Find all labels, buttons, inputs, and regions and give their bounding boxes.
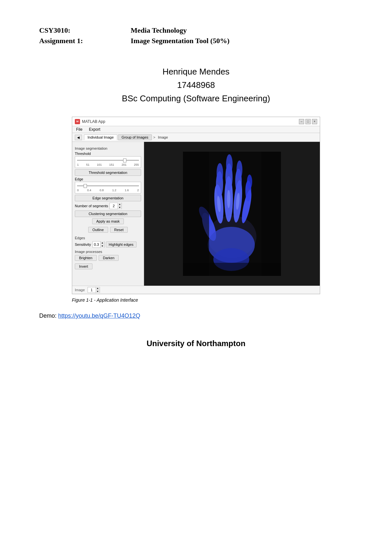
- demo-label: Demo:: [39, 312, 58, 319]
- number-of-segments-row: Number of segments 2 ▲ ▼: [75, 203, 141, 209]
- file-menu[interactable]: File: [75, 127, 84, 132]
- image-down-arrow[interactable]: ▼: [96, 290, 100, 293]
- bottom-bar: Image 1 ▲ ▼: [72, 286, 320, 294]
- sensitivity-up-arrow[interactable]: ▲: [101, 241, 104, 244]
- demo-section: Demo: https://youtu.be/qGF-TU4O12Q: [39, 312, 353, 319]
- window-title: MATLAB App: [82, 119, 105, 124]
- window-titlebar: M MATLAB App – □ ×: [72, 117, 320, 126]
- app-window: M MATLAB App – □ × File Export ◀ Individ…: [72, 117, 320, 294]
- demo-link[interactable]: https://youtu.be/qGF-TU4O12Q: [58, 312, 140, 319]
- sensitivity-value: 0.3: [93, 243, 100, 246]
- threshold-slider-rail: [77, 160, 139, 161]
- assignment-title: Image Segmentation Tool (50%): [118, 37, 353, 47]
- segments-down-arrow[interactable]: ▼: [118, 206, 122, 209]
- svg-rect-21: [183, 152, 209, 276]
- window-title-left: M MATLAB App: [75, 119, 105, 124]
- figure-caption: Figure 1-1 - Application Interface: [72, 297, 320, 303]
- sensitivity-label: Sensitivity: [75, 243, 91, 246]
- svg-point-9: [226, 154, 233, 174]
- number-of-segments-input[interactable]: 2 ▲ ▼: [109, 203, 122, 209]
- minimize-button[interactable]: –: [299, 119, 304, 124]
- course-code: CSY3010:: [39, 26, 118, 37]
- student-degree: BSc Computing (Software Engineering): [39, 93, 353, 104]
- brighten-button[interactable]: Brighten: [75, 255, 97, 261]
- sensitivity-arrows[interactable]: ▲ ▼: [100, 241, 104, 248]
- student-info: Henrique Mendes 17448968 BSc Computing (…: [39, 67, 353, 104]
- window-controls[interactable]: – □ ×: [299, 119, 317, 124]
- xray-hand-image: [183, 152, 281, 276]
- outline-button[interactable]: Outline: [88, 227, 108, 233]
- brighten-darken-row: Brighten Darken: [75, 255, 141, 262]
- number-of-segments-label: Number of segments: [75, 204, 108, 208]
- svg-point-15: [247, 175, 252, 189]
- edge-segmentation-button[interactable]: Edge segmentation: [75, 195, 141, 201]
- student-name: Henrique Mendes: [39, 67, 353, 77]
- sensitivity-down-arrow[interactable]: ▼: [101, 244, 104, 248]
- tab-image-label: Image: [158, 135, 168, 139]
- image-number-input[interactable]: 1 ▲ ▼: [88, 287, 100, 293]
- image-up-arrow[interactable]: ▲: [96, 287, 100, 290]
- sensitivity-input[interactable]: 0.3 ▲ ▼: [92, 241, 105, 248]
- image-segmentation-label: Image segmentation: [75, 146, 141, 150]
- header-section: CSY3010: Media Technology Assignment 1: …: [39, 26, 353, 47]
- tab-individual-image[interactable]: Individual Image: [84, 134, 117, 140]
- back-button[interactable]: ◀: [75, 135, 82, 140]
- segments-up-arrow[interactable]: ▲: [118, 203, 122, 206]
- number-of-segments-value: 2: [110, 204, 118, 208]
- right-panel-image: [144, 142, 320, 286]
- edges-section-label: Edges: [75, 236, 141, 240]
- edge-slider-thumb[interactable]: [84, 184, 87, 188]
- threshold-segmentation-button[interactable]: Threshold segmentation: [75, 169, 141, 176]
- threshold-slider-labels: 1 51 101 151 201 255: [77, 163, 139, 166]
- student-id: 17448968: [39, 80, 353, 90]
- menubar: File Export: [72, 126, 320, 133]
- edge-label-row: Edge: [75, 177, 141, 181]
- matlab-icon: M: [75, 119, 80, 124]
- export-menu[interactable]: Export: [88, 127, 102, 132]
- svg-point-6: [217, 163, 223, 183]
- tab-group-of-images[interactable]: Group of Images: [118, 134, 152, 140]
- maximize-button[interactable]: □: [305, 119, 311, 124]
- tab-arrow: >: [153, 135, 155, 139]
- assignment-label: Assignment 1:: [39, 37, 118, 47]
- image-number-arrows[interactable]: ▲ ▼: [96, 287, 100, 293]
- invert-row: Invert: [75, 263, 141, 271]
- close-button[interactable]: ×: [312, 119, 317, 124]
- university-footer: University of Northampton: [39, 339, 353, 348]
- outline-reset-group: Outline Reset: [75, 227, 141, 234]
- svg-rect-23: [183, 263, 281, 276]
- threshold-slider-thumb[interactable]: [123, 159, 126, 162]
- app-content: Image segmentation Threshold 1 51 101 15…: [72, 142, 320, 286]
- edge-slider-labels: 0 0.4 0.8 1.2 1.6 2: [77, 189, 139, 192]
- highlight-edges-button[interactable]: Highlight edges: [106, 242, 137, 247]
- edge-slider-container: 0 0.4 0.8 1.2 1.6 2: [75, 182, 141, 193]
- reset-button[interactable]: Reset: [110, 227, 128, 233]
- darken-button[interactable]: Darken: [99, 255, 119, 261]
- threshold-label-row: Threshold: [75, 152, 141, 156]
- edge-slider-track[interactable]: [77, 183, 139, 188]
- left-panel: Image segmentation Threshold 1 51 101 15…: [72, 142, 144, 286]
- invert-button[interactable]: Invert: [75, 263, 92, 269]
- svg-point-19: [227, 190, 230, 208]
- tabs-bar: ◀ Individual Image Group of Images > Ima…: [72, 133, 320, 142]
- image-processes-label: Image processes: [75, 250, 141, 254]
- edge-slider-rail: [77, 185, 139, 186]
- image-bottom-label: Image: [75, 288, 85, 292]
- clustering-segmentation-button[interactable]: Clustering segmentation: [75, 210, 141, 217]
- mask-buttons-group: Apply as mask: [75, 218, 141, 226]
- apply-mask-button[interactable]: Apply as mask: [92, 218, 124, 224]
- svg-rect-22: [261, 152, 281, 276]
- svg-point-12: [237, 160, 242, 179]
- number-of-segments-arrows[interactable]: ▲ ▼: [118, 203, 122, 209]
- edges-row: Sensitivity 0.3 ▲ ▼ Highlight edges: [75, 241, 141, 248]
- image-number-value: 1: [88, 288, 96, 292]
- threshold-slider-track[interactable]: [77, 158, 139, 162]
- threshold-slider-container: 1 51 101 151 201 255: [75, 156, 141, 168]
- course-name: Media Technology: [118, 26, 353, 37]
